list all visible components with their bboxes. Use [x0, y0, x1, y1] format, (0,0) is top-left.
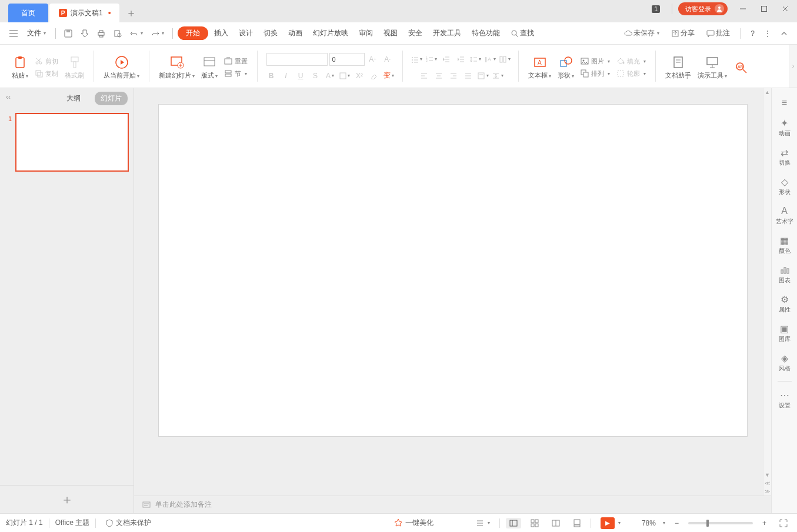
rside-menu-icon[interactable]: ≡	[772, 93, 797, 113]
zoom-out-button[interactable]: −	[671, 518, 682, 528]
rside-chart[interactable]: 图表	[772, 260, 797, 289]
tab-insert[interactable]: 插入	[209, 26, 233, 41]
decrease-font-button[interactable]: A-	[381, 53, 394, 66]
rside-style[interactable]: ◈风格	[772, 348, 797, 377]
tab-transition[interactable]: 切换	[259, 26, 282, 41]
new-tab-button[interactable]: ＋	[121, 4, 142, 22]
status-theme[interactable]: Office 主题	[55, 518, 89, 528]
outline-tab[interactable]: 大纲	[61, 92, 86, 105]
rside-animation[interactable]: ✦动画	[772, 113, 797, 142]
view-sorter-button[interactable]	[527, 518, 542, 528]
notes-bar[interactable]: 单击此处添加备注	[134, 496, 771, 513]
tab-home[interactable]: 首页	[8, 4, 48, 22]
vertical-align-button[interactable]: ▾	[476, 69, 489, 82]
print-preview-icon[interactable]	[110, 27, 125, 40]
tab-developer[interactable]: 开发工具	[428, 26, 466, 41]
font-color-button[interactable]: A▾	[324, 69, 336, 82]
ribbon-expand-button[interactable]: ›	[789, 45, 797, 88]
new-slide-button[interactable]: 新建幻灯片▾	[156, 53, 197, 81]
redo-button[interactable]: ▾	[148, 27, 168, 40]
zoom-slider[interactable]	[688, 522, 753, 524]
cut-button[interactable]: 剪切	[32, 56, 61, 67]
align-justify-button[interactable]	[462, 69, 475, 82]
paste-button[interactable]: 粘贴▾	[9, 53, 31, 81]
view-reading-button[interactable]	[548, 518, 563, 528]
scroll-down-button[interactable]: ▼	[763, 471, 771, 479]
underline-button[interactable]: U	[294, 69, 307, 82]
collapse-panel-button[interactable]: ‹‹	[6, 93, 11, 101]
prev-slide-button[interactable]: ≪	[763, 479, 771, 487]
help-button[interactable]: ?	[747, 27, 758, 40]
thumbnail-list[interactable]: 1	[0, 108, 134, 513]
share-button[interactable]: 分享	[666, 26, 699, 41]
unsaved-indicator[interactable]: 未保存▾	[619, 26, 664, 41]
slide-canvas[interactable]	[159, 105, 747, 436]
close-button[interactable]	[776, 1, 795, 16]
line-spacing-button[interactable]: ▾	[469, 53, 482, 66]
columns-button[interactable]: ▾	[498, 53, 511, 66]
status-protect[interactable]: 文档未保护	[102, 517, 155, 529]
present-tools-button[interactable]: 演示工具▾	[695, 53, 729, 81]
annotate-button[interactable]: 批注	[702, 26, 735, 41]
font-size-input[interactable]	[329, 53, 365, 66]
minimize-button[interactable]	[733, 1, 752, 16]
tab-animation[interactable]: 动画	[284, 26, 307, 41]
reset-button[interactable]: 重置	[222, 56, 250, 67]
strike-button[interactable]: S	[309, 69, 322, 82]
tab-start[interactable]: 开始	[178, 26, 208, 40]
bullets-button[interactable]: ▾	[410, 53, 423, 66]
save-as-icon[interactable]	[77, 27, 92, 40]
zoom-dropdown-icon[interactable]: ▾	[663, 520, 665, 526]
slides-tab[interactable]: 幻灯片	[95, 92, 128, 105]
tab-document[interactable]: P 演示文稿1 •	[49, 4, 119, 22]
superscript-button[interactable]: X²	[353, 69, 366, 82]
decrease-indent-button[interactable]	[439, 53, 452, 66]
zoom-in-button[interactable]: +	[759, 518, 770, 528]
tab-view[interactable]: 视图	[379, 26, 402, 41]
doc-helper-button[interactable]: 文档助手	[663, 53, 693, 81]
rside-shapes[interactable]: ◇形状	[772, 172, 797, 201]
play-from-current-button[interactable]: 从当前开始▾	[101, 53, 142, 81]
align-left-button[interactable]	[418, 69, 431, 82]
distribute-button[interactable]: ▾	[491, 69, 504, 82]
increase-font-button[interactable]: A+	[366, 53, 379, 66]
layout-button[interactable]: 版式▾	[199, 53, 220, 81]
textbox-button[interactable]: A 文本框▾	[526, 53, 553, 81]
notification-badge[interactable]: 1	[652, 5, 660, 13]
undo-button[interactable]: ▾	[126, 27, 146, 40]
rside-color[interactable]: ▦颜色	[772, 230, 797, 260]
vertical-scrollbar[interactable]: ▲ ▼ ≪ ≫	[763, 88, 771, 496]
format-painter-button[interactable]: 格式刷	[62, 53, 86, 81]
tab-review[interactable]: 审阅	[354, 26, 378, 41]
clear-format-button[interactable]	[368, 69, 381, 82]
text-direction-button[interactable]: ‖A▾	[483, 53, 496, 66]
thumbnail-item[interactable]: 1	[2, 112, 131, 173]
print-icon[interactable]	[94, 27, 109, 40]
rside-properties[interactable]: ⚙属性	[772, 289, 797, 319]
rside-transition[interactable]: ⇄切换	[772, 142, 797, 172]
tab-security[interactable]: 安全	[403, 26, 427, 41]
search-button[interactable]: 查找	[506, 26, 539, 41]
view-outline-button[interactable]: ▾	[472, 518, 493, 528]
file-menu[interactable]: 文件▾	[22, 26, 51, 41]
bold-button[interactable]: B	[265, 69, 278, 82]
rside-library[interactable]: ▣图库	[772, 319, 797, 348]
numbering-button[interactable]: 12▾	[425, 53, 438, 66]
more-button[interactable]: ⋮	[761, 27, 775, 40]
view-normal-button[interactable]	[506, 518, 521, 528]
section-button[interactable]: 节▾	[222, 68, 250, 79]
tab-slideshow[interactable]: 幻灯片放映	[308, 26, 353, 41]
scroll-up-button[interactable]: ▲	[763, 88, 771, 96]
view-notes-button[interactable]	[569, 518, 585, 528]
convert-button[interactable]: 变▾	[382, 69, 395, 82]
beautify-button[interactable]: 一键美化	[390, 517, 437, 529]
arrange-button[interactable]: 排列▾	[578, 68, 612, 79]
copy-button[interactable]: 复制	[32, 68, 61, 79]
canvas-viewport[interactable]: ▲ ▼ ≪ ≫	[134, 88, 771, 496]
maximize-button[interactable]	[755, 1, 773, 16]
increase-indent-button[interactable]	[454, 53, 467, 66]
highlight-button[interactable]: ▾	[338, 69, 351, 82]
image-button[interactable]: 图片▾	[578, 56, 612, 67]
play-button[interactable]: ▶▾	[597, 516, 624, 530]
find-replace-button[interactable]: AB	[731, 59, 751, 76]
